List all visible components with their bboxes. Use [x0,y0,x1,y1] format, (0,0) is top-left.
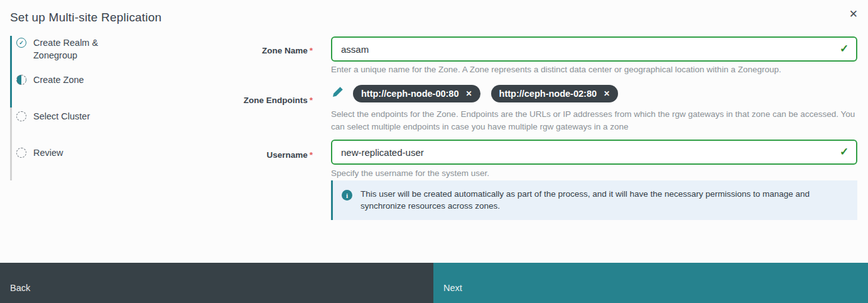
zone-name-input[interactable] [331,36,857,62]
valid-check-icon: ✓ [840,145,849,158]
zone-endpoints-helper-text: Select the endpoints for the Zone. Endpo… [331,108,862,133]
back-button[interactable]: Back [0,263,433,303]
next-button[interactable]: Next [433,263,868,303]
username-helper-text: Specify the username for the system user… [331,167,489,180]
wizard-step-review[interactable]: Review [16,146,115,159]
step-pending-icon [16,111,26,121]
zone-name-helper-text: Enter a unique name for the Zone. A Zone… [331,63,781,76]
wizard-rail-active-segment [10,36,12,107]
endpoint-chip[interactable]: http://ceph-node-02:80 ✕ [491,85,619,102]
required-asterisk: * [310,96,313,105]
valid-check-icon: ✓ [840,42,849,55]
required-asterisk: * [310,46,313,55]
wizard-step-label: Select Cluster [33,110,115,123]
multisite-replication-wizard: Set up Multi-site Replication ✕ ✓ Create… [0,0,868,303]
required-asterisk: * [310,150,313,160]
wizard-step-create-zone[interactable]: Create Zone [16,74,115,86]
endpoint-chip[interactable]: http://ceph-node-00:80 ✕ [353,85,480,102]
edit-pencil-icon[interactable] [332,86,344,97]
wizard-step-create-realm-zonegroup[interactable]: ✓ Create Realm & Zonegroup [16,36,115,62]
zone-name-label: Zone Name* [239,46,313,55]
info-alert-text: This user will be created automatically … [361,189,838,212]
chip-remove-icon[interactable]: ✕ [604,88,610,100]
chip-remove-icon[interactable]: ✕ [465,88,472,100]
wizard-step-label: Review [33,146,115,159]
info-alert: i This user will be created automaticall… [331,180,857,220]
step-active-icon [16,75,26,85]
wizard-step-label: Create Realm & Zonegroup [33,36,115,62]
endpoint-chip-label: http://ceph-node-02:80 [499,88,597,100]
wizard-rail-pending-segment [10,107,12,180]
wizard-step-select-cluster[interactable]: Select Cluster [16,110,115,123]
username-label: Username* [239,150,313,160]
zone-endpoints-label: Zone Endpoints* [239,96,313,105]
wizard-progress-rail [10,36,12,180]
page-title: Set up Multi-site Replication [10,11,161,25]
endpoint-chip-label: http://ceph-node-00:80 [361,88,458,100]
step-complete-icon: ✓ [16,38,26,48]
info-icon: i [342,190,352,201]
step-pending-icon [16,148,26,158]
username-input[interactable] [331,140,857,165]
wizard-step-label: Create Zone [33,74,115,86]
close-icon[interactable]: ✕ [849,8,858,21]
wizard-footer: Back Next [0,263,868,303]
zone-endpoints-chip-list: http://ceph-node-00:80 ✕ http://ceph-nod… [353,85,618,102]
